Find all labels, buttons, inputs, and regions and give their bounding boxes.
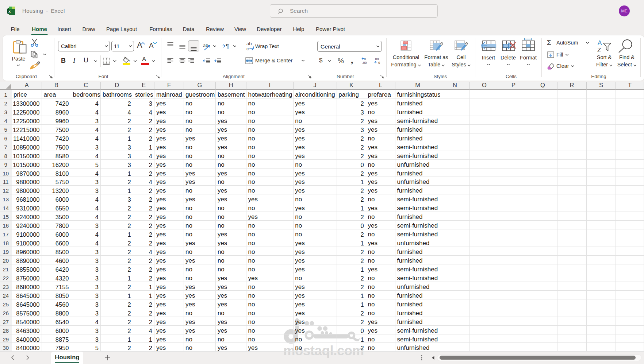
svg-text:ab: ab (246, 41, 252, 46)
svg-text:Z: Z (597, 47, 601, 53)
svg-text:c: c (246, 46, 249, 51)
svg-text:¶: ¶ (226, 43, 229, 49)
svg-text:0: 0 (364, 57, 366, 61)
svg-text:0: 0 (378, 61, 380, 64)
svg-text:mostaql.com: mostaql.com (283, 352, 364, 358)
svg-text:A: A (598, 39, 602, 46)
svg-text:.00: .00 (362, 61, 367, 64)
svg-text:.00: .00 (374, 57, 379, 61)
